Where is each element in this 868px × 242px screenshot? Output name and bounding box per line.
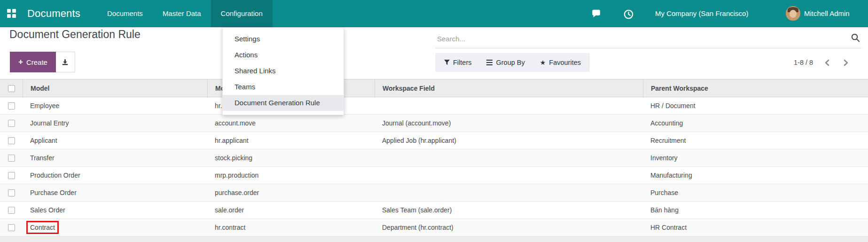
dropdown-item-shared-links[interactable]: Shared Links <box>223 63 344 79</box>
cell-parent-workspace: Accounting <box>643 119 868 127</box>
favourites-label: Favourites <box>549 59 581 66</box>
dropdown-item-actions[interactable]: Actions <box>223 47 344 63</box>
cell-model: Production Order <box>23 172 207 179</box>
cell-model: Purchase Order <box>23 189 207 196</box>
table-row[interactable]: Sales Order sale.order Sales Team (sale.… <box>0 202 868 219</box>
cell-workspace-field: Journal (account.move) <box>375 119 643 127</box>
menu-item-configuration[interactable]: Configuration <box>211 0 273 27</box>
table-footer-band <box>0 236 868 242</box>
cell-parent-workspace: HR / Document <box>643 102 868 109</box>
pager: 1-8 / 8 <box>794 53 850 72</box>
table-row[interactable]: Applicant hr.applicant Applied Job (hr.a… <box>0 132 868 149</box>
table-row[interactable]: Transfer stock.picking Inventory <box>0 149 868 167</box>
cell-model-name: hr.applicant <box>207 137 375 144</box>
cell-model-name: account.move <box>207 119 375 127</box>
cell-parent-workspace: Purchase <box>643 189 868 196</box>
filters-button[interactable]: Filters <box>444 59 471 66</box>
cell-parent-workspace: HR Contract <box>643 224 868 231</box>
cell-model: Transfer <box>23 154 207 162</box>
filters-label: Filters <box>453 59 471 66</box>
menu-item-documents[interactable]: Documents <box>97 0 153 27</box>
table-row[interactable]: Journal Entry account.move Journal (acco… <box>0 115 868 132</box>
cell-model: Sales Order <box>23 206 207 214</box>
create-button[interactable]: + Create <box>10 52 56 72</box>
create-button-label: Create <box>26 58 47 66</box>
cell-workspace-field: Department (hr.contract) <box>375 224 643 231</box>
documents-app-window: Documents Documents Master Data Configur… <box>0 0 868 242</box>
page-title: Document Generation Rule <box>9 28 141 41</box>
row-checkbox[interactable] <box>8 137 15 144</box>
main-menu: Documents Master Data Configuration <box>97 0 273 27</box>
cell-workspace-field: Sales Team (sale.order) <box>375 206 643 214</box>
cell-model-name: hr.contract <box>207 224 375 231</box>
cell-parent-workspace: Manufacturing <box>643 172 868 179</box>
top-navbar: Documents Documents Master Data Configur… <box>0 0 868 27</box>
row-checkbox[interactable] <box>8 120 15 127</box>
table-row[interactable]: Employee hr.employee HR / Document <box>0 97 868 115</box>
messages-icon[interactable] <box>591 9 602 19</box>
table-row-contract[interactable]: Contract hr.contract Department (hr.cont… <box>0 219 868 236</box>
group-by-label: Group By <box>496 59 524 66</box>
row-checkbox[interactable] <box>8 189 15 196</box>
select-all-cell <box>0 79 23 98</box>
download-icon <box>61 58 69 66</box>
row-checkbox[interactable] <box>8 155 15 162</box>
cell-model-name: sale.order <box>207 206 375 214</box>
action-buttons: + Create <box>10 52 75 72</box>
chevron-left-icon <box>823 59 831 67</box>
search-bar <box>435 28 861 48</box>
select-all-checkbox[interactable] <box>8 85 15 92</box>
row-checkbox[interactable] <box>8 172 15 179</box>
cell-model: Employee <box>23 102 207 109</box>
export-button[interactable] <box>56 52 75 72</box>
chevron-right-icon <box>842 59 850 67</box>
funnel-icon <box>444 60 450 65</box>
dropdown-item-settings[interactable]: Settings <box>223 31 344 47</box>
column-header-workspace-field[interactable]: Workspace Field <box>375 79 643 98</box>
table-row[interactable]: Production Order mrp.production Manufact… <box>0 167 868 184</box>
search-filter-toolbar: Filters Group By ★ Favourites <box>435 53 590 72</box>
apps-menu-icon[interactable] <box>7 9 16 18</box>
group-by-icon <box>486 60 493 65</box>
app-brand-title[interactable]: Documents <box>27 0 80 27</box>
menu-item-master-data[interactable]: Master Data <box>153 0 211 27</box>
cell-model-name: stock.picking <box>207 154 375 162</box>
annotation-highlight-box: Contract <box>26 221 59 234</box>
table-header-row: Model Model Name Workspace Field Parent … <box>0 79 868 97</box>
plus-icon: + <box>18 57 23 67</box>
column-header-parent-workspace[interactable]: Parent Workspace <box>643 79 868 98</box>
search-icon[interactable] <box>851 33 860 43</box>
group-by-button[interactable]: Group By <box>486 59 524 66</box>
pager-range[interactable]: 1-8 / 8 <box>794 59 813 66</box>
row-checkbox[interactable] <box>8 224 15 231</box>
cell-model-name: purchase.order <box>207 189 375 196</box>
cell-model: Contract <box>30 224 55 231</box>
user-avatar[interactable] <box>786 6 800 21</box>
row-checkbox[interactable] <box>8 207 15 214</box>
row-checkbox[interactable] <box>8 102 15 109</box>
cell-parent-workspace: Bán hàng <box>643 206 868 214</box>
dropdown-item-document-generation-rule[interactable]: Document Generation Rule <box>223 95 344 111</box>
column-header-model[interactable]: Model <box>23 79 207 98</box>
cell-parent-workspace: Inventory <box>643 154 868 162</box>
cell-model: Applicant <box>23 137 207 144</box>
list-view-table: Model Model Name Workspace Field Parent … <box>0 79 868 242</box>
user-menu[interactable]: Mitchell Admin <box>804 0 850 27</box>
company-switcher[interactable]: My Company (San Francisco) <box>655 0 748 27</box>
cell-model-name: mrp.production <box>207 172 375 179</box>
search-input[interactable] <box>437 32 841 45</box>
pager-previous-button[interactable] <box>823 59 831 67</box>
activities-clock-icon[interactable] <box>623 9 634 20</box>
cell-model: Journal Entry <box>23 119 207 127</box>
configuration-dropdown-menu: Settings Actions Shared Links Teams Docu… <box>222 27 344 115</box>
pager-next-button[interactable] <box>842 59 850 67</box>
star-icon: ★ <box>540 59 546 66</box>
cell-workspace-field: Applied Job (hr.applicant) <box>375 137 643 144</box>
cell-parent-workspace: Recruitment <box>643 137 868 144</box>
table-row[interactable]: Purchase Order purchase.order Purchase <box>0 184 868 202</box>
dropdown-item-teams[interactable]: Teams <box>223 79 344 95</box>
favourites-button[interactable]: ★ Favourites <box>540 59 581 66</box>
